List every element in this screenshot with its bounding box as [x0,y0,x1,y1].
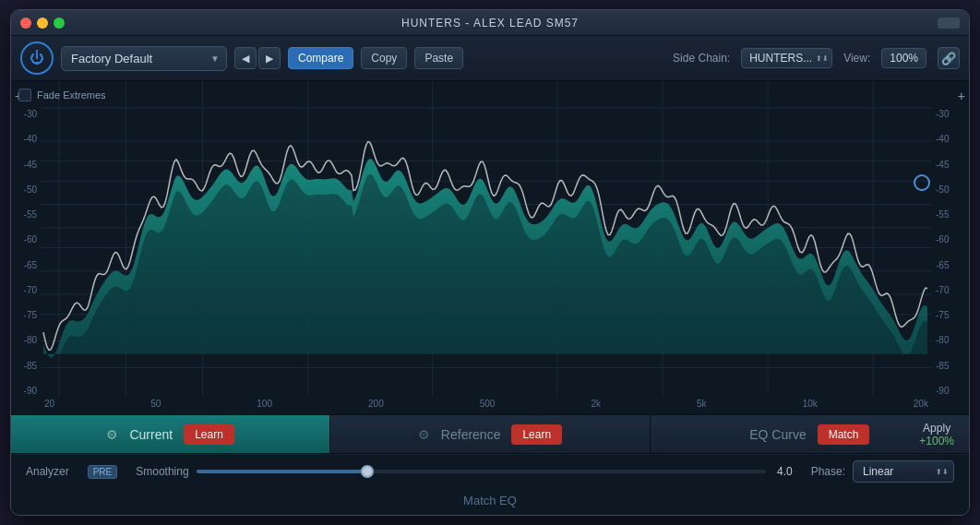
analyzer-label: Analyzer [26,465,69,478]
smoothing-slider[interactable] [197,470,766,473]
window-title: HUNTERS - ALEX LEAD SM57 [401,17,579,30]
smoothing-value: 4.0 [777,465,793,478]
section-bar: ⚙ Current Learn ⚙ Reference Learn EQ Cur… [11,414,969,453]
reference-learn-button[interactable]: Learn [511,424,562,445]
match-button[interactable]: Match [818,424,870,445]
pre-badge[interactable]: PRE [88,465,118,479]
eq-canvas[interactable] [11,81,969,414]
close-button[interactable] [20,18,31,29]
section-current[interactable]: ⚙ Current Learn [11,415,330,453]
copy-button[interactable]: Copy [361,47,407,69]
title-bar-decoration [938,18,960,29]
section-bar-wrapper: ⚙ Current Learn ⚙ Reference Learn EQ Cur… [11,414,969,453]
current-gear-icon: ⚙ [106,427,118,442]
view-label: View: [843,52,870,65]
prev-preset-button[interactable]: ◀ [234,47,257,69]
side-chain-wrapper: HUNTERS... [741,48,832,68]
link-button[interactable]: 🔗 [938,47,960,69]
reference-label: Reference [441,427,501,442]
reference-gear-icon: ⚙ [418,427,430,442]
eq-display: + + Fade Extremes -30 -40 -45 -50 -55 -6… [11,81,969,414]
toolbar: ⏻ Factory Default ◀ ▶ Compare Copy Paste… [11,36,969,81]
plus-right-button[interactable]: + [954,89,969,103]
phase-group: Phase: Linear [811,460,954,483]
smoothing-label: Smoothing [136,465,188,478]
phase-label: Phase: [811,465,845,478]
eq-curve-label: EQ Curve [749,427,806,442]
maximize-button[interactable] [54,18,65,29]
smoothing-group: Smoothing 4.0 [136,465,792,478]
analyzer-row: Analyzer PRE Smoothing 4.0 Phase: Linear [11,454,969,488]
nav-group: ◀ ▶ [234,47,281,69]
section-eq[interactable]: EQ Curve Match Apply +100% [651,415,969,453]
section-reference[interactable]: ⚙ Reference Learn [330,415,650,453]
power-button[interactable]: ⏻ [20,42,54,75]
toolbar-right: Side Chain: HUNTERS... View: 100% 🔗 [673,47,960,69]
paste-button[interactable]: Paste [414,47,463,69]
fade-extremes-label: Fade Extremes [37,89,106,101]
next-preset-button[interactable]: ▶ [258,47,281,69]
window-controls [20,18,65,29]
slider-thumb[interactable] [361,465,374,478]
bottom-controls: Analyzer PRE Smoothing 4.0 Phase: Linear [11,453,969,515]
current-learn-button[interactable]: Learn [184,424,234,445]
view-value[interactable]: 100% [881,48,926,68]
current-label: Current [129,427,173,442]
toolbar-left: ⏻ Factory Default ◀ ▶ Compare Copy Paste [20,42,463,75]
phase-select[interactable]: Linear [853,460,954,483]
title-bar: HUNTERS - ALEX LEAD SM57 [11,10,969,36]
apply-label: Apply [923,422,950,435]
plugin-window: HUNTERS - ALEX LEAD SM57 ⏻ Factory Defau… [10,9,970,516]
footer-label: Match EQ [11,488,969,515]
compare-button[interactable]: Compare [288,47,353,69]
side-chain-select[interactable]: HUNTERS... [741,48,832,68]
fade-extremes-checkbox[interactable] [18,89,31,101]
fade-extremes-row: Fade Extremes [18,89,106,101]
phase-select-wrapper: Linear [853,460,954,483]
preset-dropdown[interactable]: Factory Default [61,46,227,71]
apply-value: +100% [919,435,954,447]
preset-wrapper: Factory Default [61,46,227,71]
eq-handle[interactable] [914,174,930,191]
slider-fill [197,470,367,473]
minimize-button[interactable] [37,18,48,29]
side-chain-label: Side Chain: [673,52,730,65]
